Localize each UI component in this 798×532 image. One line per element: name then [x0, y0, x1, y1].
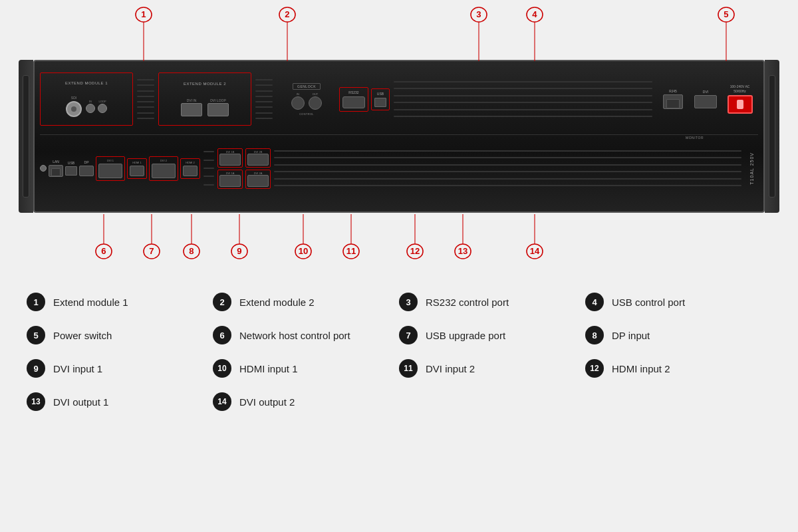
legend-row-3: 9 DVI input 1 10 HDMI input 1 11 DVI inp…: [27, 359, 771, 378]
svg-point-10: [527, 7, 543, 22]
legend-text-3: RS232 control port: [426, 297, 509, 308]
legend-section: 1 Extend module 1 2 Extend module 2 3 RS…: [27, 293, 771, 426]
svg-text:10: 10: [299, 247, 309, 255]
hdmi2-port: HDMI 2: [180, 158, 200, 179]
svg-text:2: 2: [285, 10, 289, 19]
legend-badge-13: 13: [27, 392, 45, 411]
legend-badge-12: 12: [585, 359, 604, 378]
vent-5: [273, 142, 743, 195]
legend-text-14: DVI output 2: [239, 396, 295, 408]
legend-text-11: DVI input 2: [426, 363, 475, 374]
extend-module-1-label: EXTEND MODULE 1: [65, 81, 108, 85]
extend-module-2: EXTEND MODULE 2 DVI IN DVI LOOP: [158, 72, 251, 126]
legend-text-7: USB upgrade port: [426, 330, 505, 341]
legend-badge-7: 7: [399, 326, 418, 344]
legend-badge-4: 4: [585, 293, 604, 311]
legend-text-10: HDMI input 1: [239, 363, 298, 374]
legend-item-9: 9 DVI input 1: [27, 359, 213, 378]
legend-text-12: HDMI input 2: [612, 363, 670, 374]
lan-port: LAN: [49, 160, 63, 177]
legend-badge-5: 5: [27, 326, 45, 344]
legend-item-6: 6 Network host control port: [213, 326, 399, 344]
svg-text:12: 12: [410, 247, 420, 255]
vertical-label: T10AL 250V: [745, 142, 758, 195]
legend-item-3: 3 RS232 control port: [399, 293, 585, 311]
svg-point-34: [407, 244, 423, 259]
svg-text:3: 3: [476, 10, 481, 19]
svg-point-7: [471, 7, 487, 22]
bottom-row: LAN USB DP DVI 1: [40, 138, 758, 198]
legend-item-12: 12 HDMI input 2: [585, 359, 771, 378]
legend-item-2: 2 Extend module 2: [213, 293, 399, 311]
usb-upgrade-port: USB: [65, 161, 77, 176]
dp-port: DP: [79, 160, 94, 176]
svg-point-1: [136, 7, 152, 22]
legend-badge-14: 14: [213, 392, 231, 411]
legend-item-4: 4 USB control port: [585, 293, 771, 311]
svg-point-4: [279, 7, 295, 22]
voltage-label-section: 100-240V AC50/60Hz: [722, 84, 758, 114]
vent-3: [392, 72, 654, 126]
sdi-bnc: [66, 101, 82, 117]
svg-point-16: [96, 244, 112, 259]
svg-point-28: [295, 244, 311, 259]
genlock-section: GENLOCK IN OUT CONTROL: [277, 83, 336, 116]
legend-badge-6: 6: [213, 326, 231, 344]
legend-row-4: 13 DVI output 1 14 DVI output 2: [27, 392, 771, 411]
svg-point-40: [527, 244, 543, 259]
svg-text:14: 14: [530, 247, 540, 255]
legend-badge-2: 2: [213, 293, 231, 311]
svg-text:1: 1: [141, 10, 146, 19]
power-switch[interactable]: [728, 95, 753, 114]
legend-item-10: 10 HDMI input 1: [213, 359, 399, 378]
vent-1: [136, 72, 156, 126]
svg-point-19: [144, 244, 160, 259]
vent-2: [254, 72, 274, 126]
monitor-label: MONITOR: [686, 136, 704, 140]
svg-text:7: 7: [149, 247, 154, 255]
legend-badge-3: 3: [399, 293, 418, 311]
legend-badge-10: 10: [213, 359, 231, 378]
dvi-2b: DVI 2B: [245, 148, 271, 168]
dvi-1b: DVI 1B: [217, 148, 243, 168]
legend-text-5: Power switch: [53, 330, 112, 341]
svg-text:9: 9: [237, 247, 241, 255]
svg-text:8: 8: [189, 247, 194, 255]
rack-ear-left: [19, 60, 33, 213]
legend-item-8: 8 DP input: [585, 326, 771, 344]
dvi-1a: DVI 1A: [217, 170, 243, 189]
extend-module-2-label: EXTEND MODULE 2: [184, 82, 226, 86]
legend-badge-8: 8: [585, 326, 604, 344]
svg-text:13: 13: [458, 247, 468, 255]
svg-text:5: 5: [724, 10, 728, 19]
separator: [40, 134, 758, 135]
svg-text:4: 4: [532, 10, 537, 19]
legend-row-2: 5 Power switch 6 Network host control po…: [27, 326, 771, 344]
dvi-section: DVI: [692, 90, 719, 108]
legend-badge-9: 9: [27, 359, 45, 378]
top-row: EXTEND MODULE 1 SDI IN: [40, 69, 758, 129]
legend-item-7: 7 USB upgrade port: [399, 326, 585, 344]
dvi2-port: DVI 2: [149, 156, 178, 181]
panel-body: EXTEND MODULE 1 SDI IN: [33, 60, 765, 213]
legend-badge-1: 1: [27, 293, 45, 311]
device-scene: 1 2 3 4 5 6 7 8 9: [0, 0, 798, 293]
legend-item-1: 1 Extend module 1: [27, 293, 213, 311]
legend-empty-2: [585, 392, 771, 411]
legend-item-5: 5 Power switch: [27, 326, 213, 344]
svg-point-25: [231, 244, 247, 259]
vent-4: [202, 142, 215, 195]
legend-empty-1: [399, 392, 585, 411]
rs232-section: RS232: [339, 87, 368, 112]
legend-text-2: Extend module 2: [239, 297, 315, 308]
legend-text-6: Network host control port: [239, 330, 350, 341]
legend-badge-11: 11: [399, 359, 418, 378]
legend-item-13: 13 DVI output 1: [27, 392, 213, 411]
rj45-section: RJ45: [656, 89, 690, 109]
dvi-output-group: DVI 1B DVI 2B DVI 1A: [217, 148, 271, 189]
legend-text-4: USB control port: [612, 297, 685, 308]
svg-point-31: [343, 244, 359, 259]
rack-ear-right: [765, 60, 779, 213]
legend-row-1: 1 Extend module 1 2 Extend module 2 3 RS…: [27, 293, 771, 311]
hdmi1-port: HDMI 1: [127, 158, 147, 179]
